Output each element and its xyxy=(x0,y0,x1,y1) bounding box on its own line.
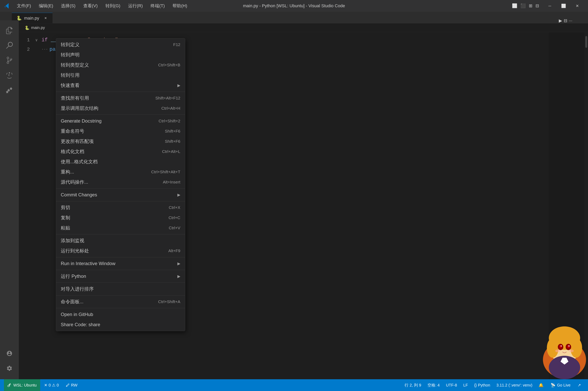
layout-icon-2[interactable]: ⬛ xyxy=(520,3,526,8)
svg-point-12 xyxy=(561,345,562,347)
svg-point-11 xyxy=(567,345,570,348)
menu-item-cut[interactable]: 剪切 Ctrl+X xyxy=(56,202,185,213)
menu-goto[interactable]: 转到(G) xyxy=(102,2,124,10)
language-text: Python xyxy=(478,383,490,388)
divider-9 xyxy=(56,295,185,295)
divider-6 xyxy=(56,257,185,257)
divider-4 xyxy=(56,201,185,201)
status-language[interactable]: {} Python xyxy=(471,379,493,391)
menu-terminal[interactable]: 终端(T) xyxy=(147,2,168,10)
layout-icon-3[interactable]: ⊞ xyxy=(529,3,532,8)
activity-item-run-debug[interactable] xyxy=(2,68,16,82)
titlebar: 文件(F) 编辑(E) 选择(S) 查看(V) 转到(G) 运行(R) 终端(T… xyxy=(0,0,588,12)
menu-selection[interactable]: 选择(S) xyxy=(57,2,79,10)
activity-item-extensions[interactable] xyxy=(2,83,16,97)
menu-item-refactor[interactable]: 重构... Ctrl+Shift+Alt+T xyxy=(56,167,185,177)
vscode-icon xyxy=(4,3,10,9)
go-live-label: Go Live xyxy=(557,383,571,388)
menu-item-find-all-references[interactable]: 查找所有引用 Shift+Alt+F12 xyxy=(56,93,185,103)
svg-point-10 xyxy=(559,345,562,348)
divider-10 xyxy=(56,308,185,308)
spaces-text: 空格: 4 xyxy=(428,383,440,388)
menu-item-run-python[interactable]: 运行 Python ▶ xyxy=(56,271,185,281)
menu-run[interactable]: 运行(R) xyxy=(125,2,147,10)
language-icon: {} xyxy=(474,383,477,388)
divider-5 xyxy=(56,234,185,234)
menu-item-rename-symbol[interactable]: 重命名符号 Shift+F6 xyxy=(56,126,185,136)
breadcrumb-file[interactable]: 🐍 main.py xyxy=(25,25,45,30)
menu-view[interactable]: 查看(V) xyxy=(80,2,101,10)
menu-item-quick-peek[interactable]: 快速查看 ▶ xyxy=(56,80,185,91)
close-button[interactable]: ✕ xyxy=(570,0,584,12)
version-text: 3.11.2 ('.venv': venv) xyxy=(496,383,532,388)
status-notification[interactable]: 🔔 xyxy=(536,379,547,391)
status-python-version[interactable]: 3.11.2 ('.venv': venv) xyxy=(493,379,536,391)
menu-item-add-to-watch[interactable]: 添加到监视 xyxy=(56,236,185,246)
menu-item-open-github[interactable]: Open in GitHub xyxy=(56,309,185,319)
activity-item-settings[interactable] xyxy=(2,361,16,375)
status-rw[interactable]: 🖉 RW xyxy=(63,379,81,391)
rw-label: RW xyxy=(71,383,77,388)
svg-point-13 xyxy=(568,345,570,347)
encoding-text: UTF-8 xyxy=(446,383,457,388)
more-actions-button[interactable]: ··· xyxy=(569,18,572,23)
status-right: 行 2, 列 9 空格: 4 UTF-8 LF {} Python 3.11.2… xyxy=(401,379,584,391)
layout-icon-4[interactable]: ⊟ xyxy=(536,3,539,8)
rw-icon: 🖉 xyxy=(66,383,70,388)
menu-item-run-to-cursor[interactable]: 运行到光标处 Alt+F9 xyxy=(56,246,185,256)
menu-help[interactable]: 帮助(H) xyxy=(169,2,191,10)
run-button[interactable]: ▶ xyxy=(559,18,562,23)
context-menu: 转到定义 F12 转到声明 转到类型定义 Ctrl+Shift+B 转到引用 快… xyxy=(56,38,185,331)
menu-item-share-code[interactable]: Share Code: share xyxy=(56,319,185,330)
menu-item-call-hierarchy[interactable]: 显示调用层次结构 Ctrl+Alt+H xyxy=(56,103,185,113)
menu-item-format-document-with[interactable]: 使用...格式化文档 xyxy=(56,157,185,167)
status-position[interactable]: 行 2, 列 9 xyxy=(401,379,424,391)
menu-item-goto-type-definition[interactable]: 转到类型定义 Ctrl+Shift+B xyxy=(56,60,185,70)
status-remote[interactable]: WSL: Ubuntu xyxy=(4,379,40,391)
menu-item-goto-reference[interactable]: 转到引用 xyxy=(56,70,185,80)
svg-point-0 xyxy=(9,72,10,73)
warning-icon: ⚠ xyxy=(52,383,55,388)
status-encoding[interactable]: UTF-8 xyxy=(443,379,460,391)
activity-bottom xyxy=(2,346,16,379)
svg-point-4 xyxy=(547,338,559,358)
activity-item-explorer[interactable] xyxy=(2,23,16,38)
menu-item-generate-docstring[interactable]: Generate Docstring Ctrl+Shift+2 xyxy=(56,116,185,126)
menu-item-sort-imports[interactable]: 对导入进行排序 xyxy=(56,284,185,294)
status-spaces[interactable]: 空格: 4 xyxy=(424,379,443,391)
go-live-icon: 📡 xyxy=(551,383,556,388)
status-go-live[interactable]: 📡 Go Live xyxy=(547,379,575,391)
menu-item-change-all-occurrences[interactable]: 更改所有匹配项 Shift+F6 xyxy=(56,136,185,146)
svg-point-14 xyxy=(555,350,560,352)
window-title: main.py - Python [WSL: Ubuntu] - Visual … xyxy=(243,3,345,8)
menu-file[interactable]: 文件(F) xyxy=(13,2,34,10)
status-remote-label: WSL: Ubuntu xyxy=(13,383,37,388)
menu-item-commit-changes[interactable]: Commit Changes ▶ xyxy=(56,190,185,200)
anime-decoration xyxy=(525,309,588,379)
tab-bar: 🐍 main.py ✕ ▶ ⊟ ··· xyxy=(0,12,588,23)
breadcrumb-bar: 🐍 main.py xyxy=(19,23,588,32)
status-eol[interactable]: LF xyxy=(460,379,471,391)
minimize-button[interactable]: ─ xyxy=(543,0,557,12)
status-forward-port[interactable]: ↗ xyxy=(575,379,584,391)
menu-item-run-interactive-window[interactable]: Run in Interactive Window ▶ xyxy=(56,258,185,269)
menu-item-paste[interactable]: 粘贴 Ctrl+V xyxy=(56,223,185,233)
divider-7 xyxy=(56,270,185,270)
error-icon: ✕ xyxy=(44,383,47,388)
menu-item-format-document[interactable]: 格式化文档 Ctrl+Alt+L xyxy=(56,146,185,157)
activity-item-source-control[interactable] xyxy=(2,53,16,67)
split-editor-button[interactable]: ⊟ xyxy=(564,18,567,23)
menu-item-goto-definition[interactable]: 转到定义 F12 xyxy=(56,40,185,50)
menu-item-goto-declaration[interactable]: 转到声明 xyxy=(56,50,185,60)
activity-bar xyxy=(0,20,19,379)
status-errors[interactable]: ✕ 0 ⚠ 0 xyxy=(41,379,62,391)
activity-item-search[interactable] xyxy=(2,38,16,52)
menu-item-copy[interactable]: 复制 Ctrl+C xyxy=(56,213,185,223)
tab-close-button[interactable]: ✕ xyxy=(43,16,48,20)
menu-edit[interactable]: 编辑(E) xyxy=(35,2,57,10)
restore-button[interactable]: ⬜ xyxy=(557,0,570,12)
layout-icon-1[interactable]: ⬜ xyxy=(512,3,517,8)
menu-item-command-palette[interactable]: 命令面板... Ctrl+Shift+A xyxy=(56,297,185,307)
menu-item-source-action[interactable]: 源代码操作... Alt+Insert xyxy=(56,177,185,187)
activity-item-account[interactable] xyxy=(2,346,16,361)
